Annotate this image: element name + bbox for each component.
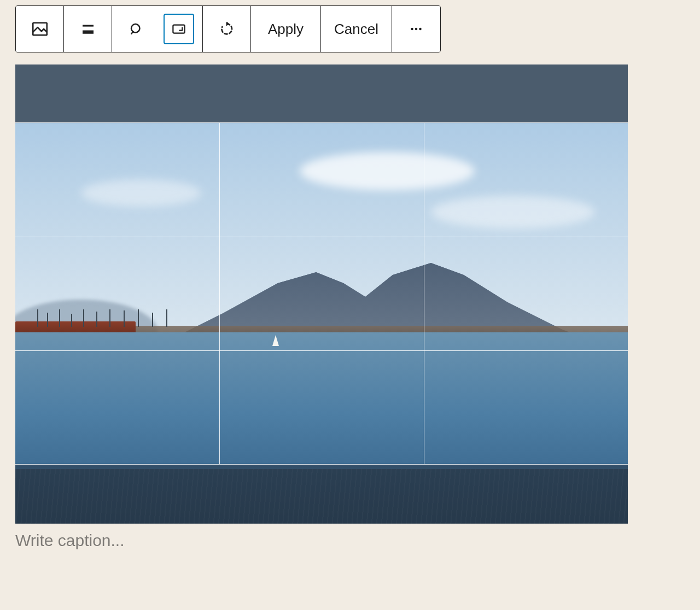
svg-rect-2 <box>83 31 94 34</box>
svg-rect-1 <box>83 25 94 27</box>
image-crop-canvas[interactable] <box>15 64 628 524</box>
svg-point-3 <box>131 24 140 33</box>
align-button[interactable] <box>64 6 112 52</box>
more-options-icon <box>401 14 431 44</box>
cancel-button[interactable]: Cancel <box>321 6 392 52</box>
more-options-button[interactable] <box>392 6 440 52</box>
apply-label: Apply <box>268 21 304 38</box>
cancel-label: Cancel <box>334 21 378 38</box>
image-preview <box>15 64 628 524</box>
caption-input[interactable]: Write caption... <box>15 531 628 550</box>
apply-button[interactable]: Apply <box>251 6 321 52</box>
svg-point-6 <box>415 28 418 31</box>
align-icon <box>73 14 103 44</box>
rotate-button[interactable] <box>203 6 251 52</box>
aspect-ratio-button[interactable] <box>164 14 194 44</box>
image-icon <box>25 14 55 44</box>
crop-tools-group <box>112 6 203 52</box>
block-toolbar: Apply Cancel <box>15 5 441 52</box>
zoom-button[interactable] <box>121 14 151 44</box>
block-type-button[interactable] <box>16 6 64 52</box>
svg-point-7 <box>419 28 422 31</box>
svg-rect-4 <box>173 25 184 33</box>
rotate-icon <box>212 14 242 44</box>
svg-point-5 <box>411 28 413 31</box>
